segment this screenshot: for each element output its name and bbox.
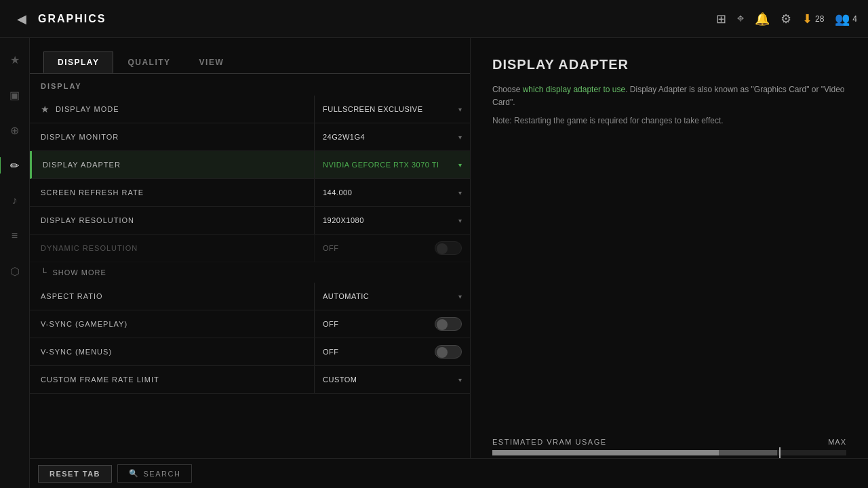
info-title: DISPLAY ADAPTER — [492, 57, 846, 73]
vram-header: ESTIMATED VRAM USAGE MAX — [492, 438, 846, 446]
sidebar-item-controller[interactable]: ⊕ — [4, 119, 26, 141]
setting-display-monitor[interactable]: DISPLAY MONITOR 24G2W1G4 ▾ — [30, 123, 470, 151]
setting-display-adapter[interactable]: DISPLAY ADAPTER NVIDIA GEFORCE RTX 3070 … — [30, 151, 470, 179]
aspect-ratio-label: ASPECT RATIO — [30, 292, 314, 300]
vram-bar — [492, 450, 846, 455]
vram-bar-mw — [492, 450, 719, 455]
dynamic-resolution-toggle — [435, 241, 462, 255]
vsync-gameplay-label: V-SYNC (GAMEPLAY) — [30, 320, 314, 328]
sidebar-item-audio[interactable]: ♪ — [4, 190, 26, 211]
vram-label: ESTIMATED VRAM USAGE — [492, 438, 607, 446]
show-more-row[interactable]: └ SHOW MORE — [30, 262, 470, 283]
headset-icon[interactable]: ⌖ — [737, 12, 744, 26]
gear-icon[interactable]: ⚙ — [781, 12, 791, 26]
download-icon[interactable]: ⬇ 28 — [802, 12, 824, 26]
grid-icon[interactable]: ⊞ — [716, 12, 726, 26]
setting-vsync-gameplay[interactable]: V-SYNC (GAMEPLAY) OFF — [30, 310, 470, 338]
tab-view[interactable]: VIEW — [185, 52, 239, 73]
setting-refresh-rate[interactable]: SCREEN REFRESH RATE 144.000 ▾ — [30, 179, 470, 207]
sidebar-item-graphics[interactable]: ✏ — [4, 155, 26, 176]
aspect-ratio-value: AUTOMATIC ▾ — [314, 283, 470, 310]
vram-max-marker — [779, 447, 781, 458]
back-button[interactable]: ◀ — [11, 8, 33, 30]
chevron-icon: ▾ — [458, 161, 462, 169]
chevron-icon: ▾ — [458, 217, 462, 224]
section-display-label: DISPLAY — [30, 74, 470, 96]
setting-vsync-menus[interactable]: V-SYNC (MENUS) OFF — [30, 338, 470, 366]
sidebar: ★ ▣ ⊕ ✏ ♪ ≡ ⬡ — [0, 38, 30, 488]
star-icon: ★ — [41, 104, 50, 115]
setting-display-mode[interactable]: ★ DISPLAY MODE FULLSCREEN EXCLUSIVE ▾ — [30, 96, 470, 123]
sidebar-item-network[interactable]: ⬡ — [4, 260, 26, 282]
friends-icon[interactable]: 👥 4 — [835, 12, 857, 26]
search-label: SEARCH — [144, 470, 181, 478]
topbar-icons: ⊞ ⌖ 🔔 ⚙ ⬇ 28 👥 4 — [716, 12, 857, 26]
refresh-rate-label: SCREEN REFRESH RATE — [30, 188, 314, 197]
chevron-icon: ▾ — [458, 376, 462, 384]
chevron-icon: ▾ — [458, 134, 462, 141]
right-panel: DISPLAY ADAPTER Choose which display ada… — [471, 38, 868, 488]
info-note: Note: Restarting the game is required fo… — [492, 115, 846, 127]
sidebar-item-list[interactable]: ≡ — [4, 225, 26, 247]
sidebar-item-person[interactable]: ▣ — [4, 84, 26, 106]
display-resolution-label: DISPLAY RESOLUTION — [30, 216, 314, 224]
vsync-menus-label: V-SYNC (MENUS) — [30, 348, 314, 356]
tabs: DISPLAY QUALITY VIEW — [30, 38, 470, 74]
display-monitor-value: 24G2W1G4 ▾ — [314, 123, 470, 150]
chevron-icon: ▾ — [458, 189, 462, 197]
settings-list: DISPLAY ★ DISPLAY MODE FULLSCREEN EXCLUS… — [30, 74, 470, 488]
info-desc-before: Choose — [492, 85, 523, 94]
display-mode-label: ★ DISPLAY MODE — [30, 104, 314, 115]
main-content: DISPLAY QUALITY VIEW DISPLAY ★ DISPLAY M… — [30, 38, 868, 488]
vsync-gameplay-toggle[interactable] — [435, 317, 462, 331]
bell-icon[interactable]: 🔔 — [755, 12, 770, 26]
setting-aspect-ratio[interactable]: ASPECT RATIO AUTOMATIC ▾ — [30, 283, 470, 310]
search-icon: 🔍 — [129, 469, 140, 478]
vram-max-label: MAX — [828, 438, 846, 446]
tab-quality[interactable]: QUALITY — [113, 52, 184, 73]
display-resolution-value: 1920X1080 ▾ — [314, 207, 470, 234]
setting-display-resolution[interactable]: DISPLAY RESOLUTION 1920X1080 ▾ — [30, 207, 470, 235]
left-panel: DISPLAY QUALITY VIEW DISPLAY ★ DISPLAY M… — [30, 38, 471, 488]
display-adapter-value: NVIDIA GEFORCE RTX 3070 TI ▾ — [314, 151, 470, 178]
chevron-icon: ▾ — [458, 106, 462, 113]
frame-rate-value: CUSTOM ▾ — [314, 366, 470, 393]
refresh-rate-value: 144.000 ▾ — [314, 179, 470, 206]
setting-dynamic-resolution: DYNAMIC RESOLUTION OFF — [30, 235, 470, 262]
bottom-bar: RESET TAB 🔍 SEARCH — [30, 458, 868, 488]
vsync-gameplay-value: OFF — [314, 310, 470, 338]
search-button[interactable]: 🔍 SEARCH — [117, 464, 192, 483]
info-desc-link: which display adapter to use — [523, 85, 625, 94]
info-description: Choose which display adapter to use. Dis… — [492, 83, 846, 109]
vsync-menus-value: OFF — [314, 338, 470, 365]
show-more-label: SHOW MORE — [53, 268, 106, 277]
tab-display[interactable]: DISPLAY — [43, 52, 113, 73]
page-title: GRAPHICS — [38, 13, 106, 25]
chevron-icon: ▾ — [458, 293, 462, 300]
setting-frame-rate[interactable]: CUSTOM FRAME RATE LIMIT CUSTOM ▾ — [30, 366, 470, 394]
sidebar-item-star[interactable]: ★ — [4, 49, 26, 70]
display-monitor-label: DISPLAY MONITOR — [30, 133, 314, 141]
reset-tab-button[interactable]: RESET TAB — [38, 465, 112, 483]
frame-rate-label: CUSTOM FRAME RATE LIMIT — [30, 375, 314, 384]
vram-bar-other — [719, 450, 777, 455]
show-more-icon: └ — [41, 268, 47, 277]
dynamic-resolution-value: OFF — [314, 235, 470, 262]
display-adapter-label: DISPLAY ADAPTER — [32, 161, 314, 169]
dynamic-resolution-label: DYNAMIC RESOLUTION — [30, 244, 314, 252]
topbar: ◀ GRAPHICS ⊞ ⌖ 🔔 ⚙ ⬇ 28 👥 4 — [0, 0, 868, 38]
display-mode-value: FULLSCREEN EXCLUSIVE ▾ — [314, 96, 470, 123]
vsync-menus-toggle[interactable] — [435, 345, 462, 359]
